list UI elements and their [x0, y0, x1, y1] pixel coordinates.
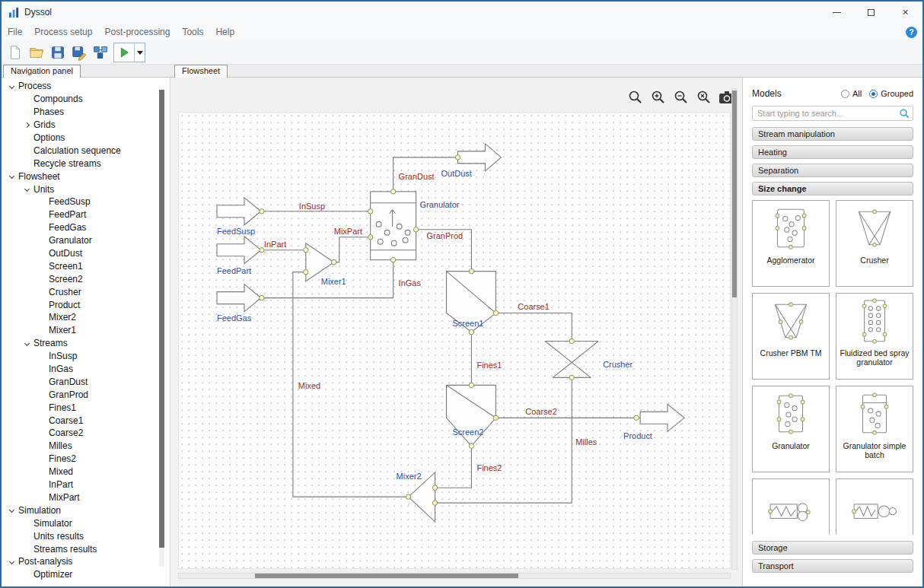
- menu-item[interactable]: Post-processing: [98, 27, 176, 37]
- flowsheet-settings-button[interactable]: [90, 43, 111, 62]
- menu-item[interactable]: File: [2, 27, 28, 37]
- nav-tree-item[interactable]: Simulation: [2, 504, 170, 516]
- nav-tree-item[interactable]: Process: [2, 80, 170, 93]
- nav-tree-item[interactable]: InGas: [2, 363, 170, 376]
- tree-chevron-icon[interactable]: [8, 174, 18, 178]
- model-card[interactable]: Crusher: [836, 200, 913, 287]
- model-group-header[interactable]: Storage: [752, 541, 913, 555]
- nav-tree-item[interactable]: MixPart: [2, 491, 170, 504]
- menu-item[interactable]: Process setup: [28, 27, 98, 37]
- model-card[interactable]: [836, 478, 913, 535]
- nav-tree-item[interactable]: Units: [2, 183, 170, 195]
- minimize-button[interactable]: [820, 2, 854, 23]
- nav-tree-item[interactable]: Post-analysis: [2, 555, 170, 568]
- nav-tree-item[interactable]: Fines2: [2, 453, 170, 466]
- nav-tree-item[interactable]: Flowsheet: [2, 170, 170, 183]
- close-button[interactable]: ×: [888, 2, 922, 23]
- nav-tree-item[interactable]: Fines1: [2, 401, 170, 414]
- nav-tree-item[interactable]: Units results: [2, 529, 170, 542]
- title-bar[interactable]: Dyssol ×: [2, 2, 922, 23]
- nav-tree-item[interactable]: FeedSusp: [2, 195, 170, 208]
- unit-product[interactable]: [640, 404, 684, 431]
- save-flowsheet-button[interactable]: [47, 43, 69, 62]
- unit-outdust[interactable]: [457, 144, 501, 171]
- search-icon[interactable]: [899, 108, 910, 122]
- nav-tree-item[interactable]: Optimizer: [2, 568, 170, 581]
- nav-scrollbar-thumb[interactable]: [159, 90, 164, 548]
- unit-feedgas[interactable]: [217, 284, 261, 312]
- nav-tree-item[interactable]: InSusp: [2, 350, 170, 363]
- unit-feedsusp[interactable]: [217, 198, 261, 225]
- tree-chevron-icon[interactable]: [24, 342, 33, 345]
- nav-tree-item[interactable]: Mixed: [2, 466, 170, 478]
- model-card[interactable]: Crusher PBM TM: [752, 293, 830, 380]
- nav-scrollbar[interactable]: [159, 90, 164, 567]
- model-card[interactable]: Granulator simple batch: [836, 386, 913, 472]
- tree-chevron-icon[interactable]: [8, 560, 18, 564]
- help-icon[interactable]: ?: [906, 27, 917, 38]
- unit-granulator[interactable]: [371, 192, 416, 260]
- nav-tree-item[interactable]: InPart: [2, 478, 170, 491]
- new-flowsheet-button[interactable]: [5, 43, 26, 62]
- run-options-dropdown[interactable]: [134, 43, 145, 62]
- model-card[interactable]: Agglomerator: [752, 200, 830, 287]
- nav-tree-item[interactable]: Coarse2: [2, 427, 170, 440]
- model-card[interactable]: Granulator: [752, 386, 830, 472]
- radio-grouped-icon[interactable]: [869, 90, 878, 98]
- nav-tree-item[interactable]: GranProd: [2, 388, 170, 401]
- nav-tree-item[interactable]: FeedGas: [2, 221, 170, 234]
- nav-tree-item[interactable]: Grids: [2, 119, 170, 132]
- unit-crusher[interactable]: [545, 341, 598, 377]
- nav-tree-item[interactable]: Simulator: [2, 516, 170, 529]
- tree-chevron-icon[interactable]: [8, 84, 18, 88]
- tab-navigation-panel[interactable]: Navigation panel: [3, 65, 81, 78]
- stream-mixpart[interactable]: [334, 237, 371, 262]
- nav-tree-item[interactable]: Granulator: [2, 234, 170, 247]
- unit-feedpart[interactable]: [217, 237, 261, 264]
- zoom-out-button[interactable]: [671, 87, 690, 106]
- nav-tree-item[interactable]: Calculation sequence: [2, 144, 170, 157]
- maximize-button[interactable]: [854, 2, 888, 23]
- menu-item[interactable]: Help: [209, 27, 241, 37]
- nav-tree-item[interactable]: OutDust: [2, 247, 170, 260]
- open-flowsheet-button[interactable]: [26, 43, 47, 62]
- model-group-header[interactable]: Separation: [752, 164, 913, 177]
- model-card[interactable]: Fluidized bed spray granulator: [836, 293, 913, 380]
- nav-tree-item[interactable]: Screen2: [2, 272, 170, 285]
- nav-tree-item[interactable]: FeedPart: [2, 208, 170, 221]
- canvas-vertical-scrollbar-thumb[interactable]: [732, 91, 737, 297]
- save-as-button[interactable]: [69, 43, 90, 62]
- unit-mixer1[interactable]: [306, 243, 334, 281]
- nav-tree-item[interactable]: Mixer1: [2, 324, 170, 337]
- nav-tree-item[interactable]: Mixer2: [2, 311, 170, 324]
- model-card[interactable]: [752, 478, 830, 535]
- nav-tree-item[interactable]: Recycle streams: [2, 157, 170, 170]
- stream-fines2[interactable]: [435, 446, 472, 488]
- nav-tree-item[interactable]: Compounds: [2, 93, 170, 106]
- nav-tree-item[interactable]: Product: [2, 298, 170, 311]
- nav-tree-item[interactable]: Phases: [2, 106, 170, 119]
- nav-tree-item[interactable]: Milles: [2, 440, 170, 453]
- canvas-horizontal-scrollbar[interactable]: [178, 573, 731, 579]
- zoom-reset-button[interactable]: [694, 87, 713, 106]
- filter-all-option[interactable]: All: [841, 89, 862, 98]
- zoom-select-button[interactable]: [626, 87, 645, 106]
- tab-flowsheet[interactable]: Flowsheet: [174, 65, 228, 78]
- nav-tree-item[interactable]: Streams results: [2, 542, 170, 555]
- canvas-horizontal-scrollbar-thumb[interactable]: [255, 574, 518, 578]
- zoom-in-button[interactable]: [648, 87, 668, 106]
- nav-tree-item[interactable]: GranDust: [2, 375, 170, 388]
- nav-tree-item[interactable]: Coarse1: [2, 414, 170, 427]
- flowsheet-canvas[interactable]: FeedSusp FeedPart FeedGas Mixer1 Granula…: [178, 112, 731, 569]
- menu-item[interactable]: Tools: [176, 27, 209, 37]
- tree-chevron-icon[interactable]: [24, 123, 33, 127]
- stream-coarse1[interactable]: [495, 313, 572, 342]
- tree-chevron-icon[interactable]: [8, 508, 18, 512]
- nav-tree-item[interactable]: Screen1: [2, 259, 170, 272]
- model-group-header[interactable]: Transport: [752, 559, 913, 573]
- models-search-input[interactable]: [752, 106, 913, 121]
- run-simulation-button[interactable]: [114, 43, 134, 62]
- nav-tree-item[interactable]: Options: [2, 132, 170, 145]
- model-group-header[interactable]: Stream manipulation: [752, 127, 913, 141]
- nav-tree-item[interactable]: Streams: [2, 337, 170, 350]
